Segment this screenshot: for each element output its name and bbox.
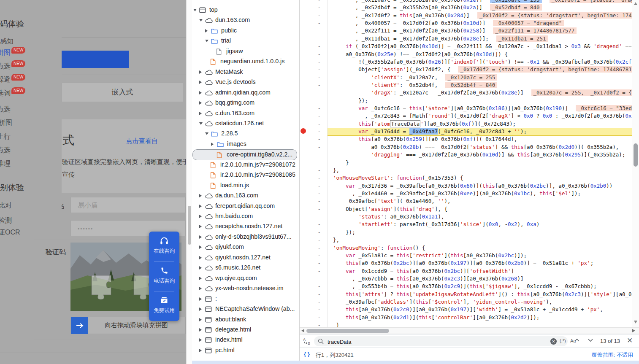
chevron-expanded-icon[interactable] [199,122,203,125]
vscrollbar-thumb[interactable] [634,143,638,167]
chevron-collapsed-icon[interactable] [199,287,202,290]
gutter-line-marker[interactable]: - [300,159,321,167]
tree-item-qiyukf.com[interactable]: qiyukf.com [192,242,297,252]
gutter-line-marker[interactable]: - [300,0,321,4]
scroll-right-icon[interactable] [632,329,635,332]
chevron-expanded-icon[interactable] [199,19,203,22]
chevron-collapsed-icon[interactable] [211,143,214,146]
pretty-print-icon[interactable]: { } [304,351,310,357]
code-line-36[interactable]: -var _0x1ccdd9 = this[a0_0x376b(0x2bc)][… [300,267,632,275]
hscrollbar-thumb[interactable] [306,329,389,333]
code-line-2[interactable]: -, _0x52db4f = _0x355b2a[a0_0x376b(0x2a)… [300,4,632,12]
breakpoint-dot-icon[interactable] [301,128,306,134]
gutter-line-marker[interactable]: - [300,12,321,19]
gutter-line-marker[interactable]: - [300,244,321,252]
consult-item-trial[interactable]: 免费试用 [149,291,179,321]
code-line-8[interactable]: -a0_0x376b(0x25e) !== _0x17d0f2[a0_0x376… [300,51,632,59]
tree-item-pc.html[interactable]: pc.html [192,345,297,356]
gutter-line-marker[interactable]: - [300,298,321,306]
code-area[interactable]: -, _0x120a7c = _0x355b2a[a0_0x376b(0x1e)… [300,0,632,327]
gutter-line-marker[interactable]: - [300,120,321,128]
tree-item-dun.163.com[interactable]: dun.163.com [192,15,297,25]
gutter-line-marker[interactable]: - [300,74,321,81]
nav-item[interactable]: 选词NEW [0,89,25,98]
tree-item-hm.baidu.com[interactable]: hm.baidu.com [192,211,297,221]
code-line-14[interactable]: -}); [300,97,632,105]
chevron-collapsed-icon[interactable] [199,81,202,84]
tree-item-about-blank[interactable]: about:blank [192,315,297,325]
chevron-collapsed-icon[interactable] [199,328,202,332]
gutter-line-marker[interactable]: - [300,314,321,321]
tree-item-necaptcha.nosdn.127.net[interactable]: necaptcha.nosdn.127.net [192,221,297,232]
chevron-collapsed-icon[interactable] [199,101,202,105]
tree-item-admin.qidian.qq.com[interactable]: admin.qidian.qq.com [192,88,297,98]
code-line-27[interactable]: -_0x39afbc['text'](_0x1e4460, ''), [300,197,632,205]
search-input[interactable] [327,336,489,347]
tree-item-metamask[interactable]: MetaMask [192,67,297,77]
code-line-23[interactable]: -}, [300,167,632,175]
page-scrollbar-thumb[interactable] [188,206,191,245]
find-ab-icon[interactable]: A B [303,337,311,345]
gutter-line-marker[interactable]: - [300,81,321,89]
tree-item-public[interactable]: public [192,26,297,36]
gutter-line-marker[interactable]: - [300,97,321,105]
gutter-line-marker[interactable]: - [300,27,321,35]
nav-item[interactable]: 拼图 [0,119,12,127]
code-line-13[interactable]: -'dragX': _0x120a7c - _0x17d0f2[a0_0x376… [300,89,632,97]
chevron-collapsed-icon[interactable] [199,70,202,74]
gutter-line-marker[interactable]: - [300,182,321,190]
code-line-21[interactable]: -'dragging' === _0x17d0f2[a0_0x376b(0x10… [300,151,632,159]
gutter-line-marker[interactable]: - [300,252,321,259]
code-line-34[interactable]: -var _0x51a81c = this['restrict'](this[a… [300,252,632,260]
code-line-3[interactable]: -, _0x17d0f2 = this[a0_0x376b(0x284)]_0x… [300,12,632,20]
code-line-5[interactable]: -, _0x22f111 = _0x17d0f2[a0_0x376b(0x258… [300,27,632,35]
view-adaptive-link[interactable]: 点击查看自 [126,137,158,145]
tree-item-wp.qiye.qq.com[interactable]: wp.qiye.qq.com [192,273,297,283]
gutter-line-marker[interactable]: - [300,89,321,97]
chevron-expanded-icon[interactable] [205,40,208,42]
code-line-9[interactable]: -!(_0x355b2a[a0_0x376b(0x26)]['indexOf']… [300,58,632,66]
tree-item-index.html[interactable]: index.html [192,335,297,345]
chevron-collapsed-icon[interactable] [199,266,202,270]
gutter-line-marker[interactable]: - [300,213,321,221]
editor-vscrollbar[interactable] [632,0,639,327]
gutter-line-marker[interactable]: - [300,267,321,275]
slider-handle[interactable] [71,317,88,334]
tree-item-necaptchasafewindow-ab...[interactable]: NECaptchaSafeWindow (ab... [192,304,297,314]
code-line-4[interactable]: -, _0x400057 = _0x17d0f2[a0_0x376b(0x10d… [300,19,632,27]
code-line-30[interactable]: -'startLeft': parseInt(_0x317d36['slice'… [300,221,632,229]
close-find-icon[interactable]: ✕ [627,336,633,345]
nav-item[interactable]: 点选 [0,105,11,114]
code-line-37[interactable]: -, _0x67cbbb = this[a0_0x376b(0x2c3)][a0… [300,275,632,283]
code-line-19[interactable]: -this[a0_0x376b(0x259)][a0_0x376b(0xf)](… [300,135,632,143]
code-line-12[interactable]: -'clientY': _0x52db4f,_0x52db4f = 840 [300,81,632,89]
next-match-icon[interactable] [588,338,593,342]
nav-item[interactable]: 检测 [0,216,12,225]
tree-item-trial[interactable]: trial [192,36,297,46]
gutter-line-marker[interactable]: - [300,236,321,244]
chevron-collapsed-icon[interactable] [199,318,202,321]
nav-item[interactable]: 推理 [0,159,11,168]
nav-item[interactable]: 比对 [0,201,12,210]
gutter-line-marker[interactable]: - [300,221,321,228]
code-line-40[interactable]: -_0x39afbc['addClass'](this['$control'],… [300,298,632,306]
code-line-26[interactable]: -, _0x1e4460 = _0x39afbc[a0_0x376b(0xee)… [300,190,632,198]
gutter-line-marker[interactable]: - [300,43,321,50]
tree-item-vue.js-devtools[interactable]: Vue.js devtools [192,77,297,87]
tree-item-da.dun.163.com[interactable]: da.dun.163.com [192,191,297,201]
tree-item-2.28.5[interactable]: 2.28.5 [192,129,297,139]
scroll-left-icon[interactable] [301,329,304,332]
tab-embedded[interactable]: 嵌入式 [62,83,183,102]
tree-item-core-optimi.ttg8a0.v2.2...[interactable]: core-optimi.ttg8a0.v2.2... [192,149,297,160]
code-line-24[interactable]: -'onMouseMoveStart': function(_0x157353)… [300,174,632,182]
code-line-31[interactable]: -}); [300,229,632,237]
chevron-expanded-icon[interactable] [193,9,197,11]
code-line-42[interactable]: -this[a0_0x376b(0x2d1)](this['controlBar… [300,314,632,322]
chevron-expanded-icon[interactable] [205,132,208,135]
tree-item-only-d-s0bzqjhbl3vs91ut67...[interactable]: only-d-s0bzqjhbl3vs91ut67... [192,232,297,242]
regex-toggle[interactable]: (.*) [560,338,566,343]
nav-item[interactable]: 点选 [0,146,11,155]
tree-item-load.min.js[interactable]: load.min.js [192,181,297,191]
gutter-line-marker[interactable]: - [300,291,321,298]
nav-item[interactable]: 拼图NEW [0,49,25,57]
